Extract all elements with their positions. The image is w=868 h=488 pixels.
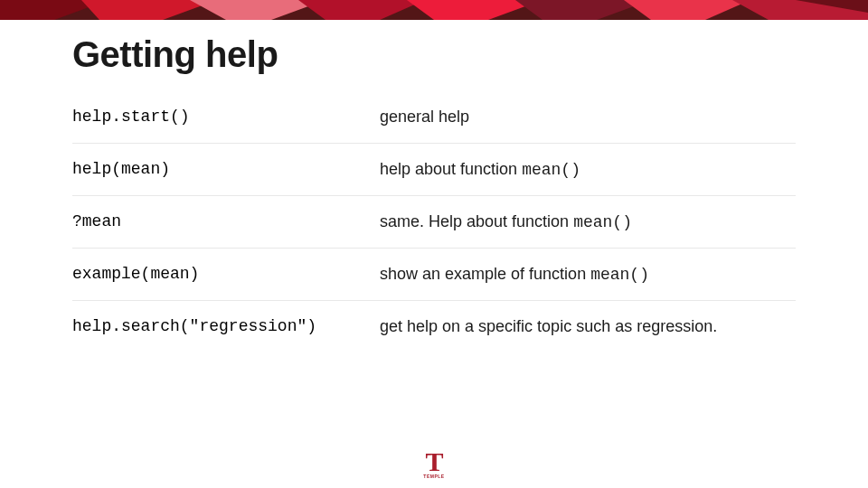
- top-banner: [0, 0, 868, 20]
- table-row: help(mean) help about function mean(): [72, 144, 796, 196]
- description-cell: help about function mean(): [380, 160, 796, 179]
- command-cell: ?mean: [72, 212, 380, 230]
- table-row: help.start() general help: [72, 100, 796, 144]
- logo-mark-icon: T: [423, 450, 444, 474]
- logo-university-text: TEMPLE: [423, 474, 444, 479]
- temple-logo: T TEMPLE: [423, 450, 444, 480]
- desc-mono: mean(): [522, 161, 580, 179]
- page-title: Getting help: [72, 34, 796, 75]
- table-row: help.search("regression") get help on a …: [72, 301, 796, 352]
- description-cell: same. Help about function mean(): [380, 212, 796, 231]
- command-cell: example(mean): [72, 265, 380, 283]
- description-cell: get help on a specific topic such as reg…: [380, 317, 796, 336]
- command-cell: help.search("regression"): [72, 317, 380, 335]
- desc-mono: mean(): [590, 266, 649, 284]
- table-row: ?mean same. Help about function mean(): [72, 196, 796, 249]
- help-commands-table: help.start() general help help(mean) hel…: [72, 100, 796, 352]
- desc-text: show an example of function: [380, 265, 590, 283]
- desc-mono: mean(): [573, 213, 632, 231]
- command-cell: help(mean): [72, 160, 380, 178]
- slide-content: Getting help help.start() general help h…: [0, 20, 868, 352]
- desc-text: help about function: [380, 160, 522, 178]
- table-row: example(mean) show an example of functio…: [72, 249, 796, 301]
- description-cell: general help: [380, 108, 796, 127]
- description-cell: show an example of function mean(): [380, 265, 796, 284]
- command-cell: help.start(): [72, 108, 380, 126]
- desc-text: same. Help about function: [380, 212, 573, 230]
- desc-text: get help on a specific topic such as reg…: [380, 317, 717, 335]
- desc-text: general help: [380, 108, 469, 126]
